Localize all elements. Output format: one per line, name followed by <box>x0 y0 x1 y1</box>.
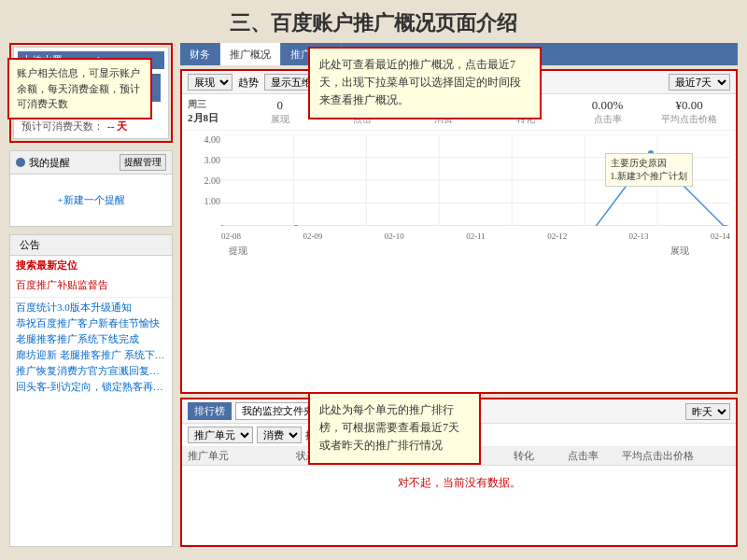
stat-col-5: ¥0.00 平均点击价格 <box>648 98 730 126</box>
chart-svg-area: 主要历史原因 1.新建3个推广计划 <box>221 134 730 226</box>
new-bid-link[interactable]: +新建一个提醒 <box>57 194 124 205</box>
bids-icon <box>16 158 25 167</box>
trend-label: 趋势 <box>238 76 259 90</box>
notice-item-1[interactable]: 百度统计3.0版本升级通知 <box>10 300 172 315</box>
notice-item-3[interactable]: 老腿推客推广系统下线完成 <box>10 331 172 347</box>
notice-item-6[interactable]: 回头客-到访定向，锁定熟客再营销 <box>10 379 172 395</box>
chart-footer: 提现 展现 <box>182 243 736 259</box>
chart-tooltip: 主要历史原因 1.新建3个推广计划 <box>605 153 694 187</box>
notice-pinned[interactable]: 搜索最新定位 <box>10 256 172 275</box>
notice-header: 公告 <box>10 235 172 256</box>
tooltip-top-right-annotation: 此处可查看最近的推广概况，点击最近7天，出现下拉菜单可以选择固定的时间段来查看推… <box>308 47 542 119</box>
chart-area: 4.00 3.00 2.00 1.00 <box>182 131 736 243</box>
date-range-select[interactable]: 最近7天 <box>669 74 730 91</box>
stat-date: 周三 2月8日 <box>188 98 239 126</box>
notice-box: 公告 搜索最新定位 百度推广补贴监督告 百度统计3.0版本升级通知 恭祝百度推广… <box>9 234 173 547</box>
chart-y-axis: 4.00 3.00 2.00 1.00 <box>188 134 220 217</box>
ranking-tab-main[interactable]: 排行榜 <box>188 402 232 420</box>
notice-sub[interactable]: 百度推广补贴监督告 <box>10 275 172 295</box>
days-row: 预计可消费天数： -- 天 <box>18 119 164 134</box>
page-title: 三、百度账户推广概况页面介绍 <box>0 0 747 43</box>
notice-item-2[interactable]: 恭祝百度推广客户新春佳节愉快 <box>10 315 172 331</box>
ranking-date-select[interactable]: 昨天 <box>685 403 730 420</box>
notice-item-5[interactable]: 推广恢复消费方官方宣溅回复完成 <box>10 363 172 379</box>
nav-finance[interactable]: 财务 <box>180 43 220 65</box>
bids-header: 我的提醒 提醒管理 <box>10 151 172 175</box>
ranking-empty-msg: 对不起，当前没有数据。 <box>182 466 736 500</box>
bids-content: +新建一个提醒 <box>10 175 172 226</box>
stat-col-4: 0.00% 点击率 <box>567 98 649 126</box>
chart-x-labels: 02-08 02-09 02-10 02-11 02-12 02-13 02-1… <box>221 231 730 241</box>
ranking-metric-select[interactable]: 消费 <box>257 427 302 443</box>
tooltip-bottom-annotation: 此处为每个单元的推广排行榜，可根据需要查看最近7天或者昨天的推广排行情况 <box>308 392 481 465</box>
bids-box: 我的提醒 提醒管理 +新建一个提醒 <box>9 150 173 227</box>
ranking-date-wrapper: 昨天 <box>685 403 730 420</box>
stats-filter-select[interactable]: 展现 <box>188 74 233 91</box>
bids-manage-button[interactable]: 提醒管理 <box>120 154 166 171</box>
stats-toolbar-right: 最近7天 <box>669 74 730 91</box>
tooltip-account-annotation: 账户相关信息，可显示账户余额，每天消费金额，预计可消费天数 <box>7 58 152 119</box>
nav-overview[interactable]: 推广概况 <box>220 43 281 65</box>
notice-item-4[interactable]: 廊坊迎新 老腿推客推广 系统下线倒计时 <box>10 347 172 363</box>
ranking-unit-select[interactable]: 推广单元 <box>188 427 253 443</box>
